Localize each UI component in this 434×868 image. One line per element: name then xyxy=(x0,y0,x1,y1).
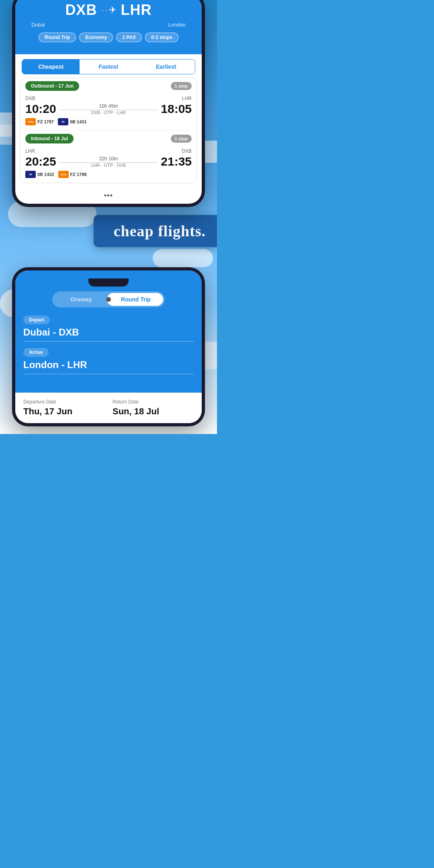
outbound-duration-info: 10h 45m DXB - OTP - LHR xyxy=(56,103,161,115)
filter-pills: Round Trip Economy 1 PAX 0-2 stops xyxy=(23,33,194,42)
sort-tabs: Cheapest Fastest Earliest xyxy=(22,59,195,74)
arrive-value[interactable]: London - LHR xyxy=(23,359,194,374)
outbound-duration: 10h 45m xyxy=(59,103,158,109)
toggle-indicator xyxy=(106,297,111,302)
toggle-oneway[interactable]: Oneway xyxy=(54,293,108,306)
phone1-header: DXB - - ✈ LHR Dubai London Rou xyxy=(15,0,202,54)
cheap-flights-text: cheap flights. xyxy=(114,223,206,240)
notch xyxy=(88,278,129,287)
depart-label: Depart xyxy=(23,315,50,324)
outbound-times: 10:20 10h 45m DXB - OTP - LHR 18:0 xyxy=(25,102,192,116)
inbound-flight-num-2: FZ 1798 xyxy=(70,172,87,177)
trip-type-toggle[interactable]: Oneway Round Trip xyxy=(52,291,165,307)
departure-date-value: Thu, 17 Jun xyxy=(23,406,104,417)
phone-screen-1: DXB - - ✈ LHR Dubai London Rou xyxy=(15,0,202,204)
destination-city: London xyxy=(168,22,186,28)
arrive-label: Arrive xyxy=(23,348,49,357)
phone2-header: Oneway Round Trip Depart Dubai - DXB xyxy=(15,270,202,393)
inbound-segment-body: LHR DXB 20:25 22h 10m xyxy=(20,147,197,183)
origin-city: Dubai xyxy=(31,22,45,28)
route-row: DXB - - ✈ LHR xyxy=(23,2,194,18)
outbound-flight-card: Outbound - 17 Jun 1 stop DXB LHR 10:20 xyxy=(20,78,197,183)
inbound-airports: LHR DXB xyxy=(25,148,192,154)
phone-body-2: Oneway Round Trip Depart Dubai - DXB xyxy=(12,267,205,426)
inbound-stop-badge: 1 stop xyxy=(171,135,192,143)
pill-economy[interactable]: Economy xyxy=(79,33,113,42)
inbound-duration: 22h 10m xyxy=(59,156,158,162)
arrow-left: - - xyxy=(102,7,107,13)
outbound-label: Outbound - 17 Jun xyxy=(25,81,79,91)
outbound-airline-2: 0B 0B 1431 xyxy=(58,118,87,125)
departure-date-label: Departure Date xyxy=(23,399,104,405)
outbound-airports: DXB LHR xyxy=(25,96,192,101)
destination-code: LHR xyxy=(121,2,152,18)
airplane-icon: - - ✈ xyxy=(102,5,116,15)
tab-cheapest[interactable]: Cheapest xyxy=(22,59,80,74)
inbound-flight-num-1: 0B 1432 xyxy=(37,172,54,177)
outbound-depart-time: 10:20 xyxy=(25,102,56,116)
pill-stops[interactable]: 0-2 stops xyxy=(145,33,178,42)
cheap-flights-banner: cheap flights. xyxy=(94,215,217,247)
flydubai-logo-1: dubai xyxy=(25,118,36,125)
depart-value[interactable]: Dubai - DXB xyxy=(23,327,194,342)
middle-section: cheap flights. xyxy=(0,207,217,259)
blueair-logo-2: 0B xyxy=(25,171,36,178)
pill-pax[interactable]: 1 PAX xyxy=(116,33,142,42)
pill-round-trip[interactable]: Round Trip xyxy=(39,33,76,42)
price-teaser: ••• xyxy=(15,186,202,204)
origin-code: DXB xyxy=(65,2,97,18)
outbound-airline-1: dubai FZ 1797 xyxy=(25,118,54,125)
outbound-airlines: dubai FZ 1797 0B 0B 1431 xyxy=(25,118,192,125)
outbound-stop-badge: 1 stop xyxy=(171,82,192,90)
inbound-route: LHR - OTP - DXB xyxy=(59,163,158,168)
inbound-segment-header: Inbound - 18 Jul 1 stop xyxy=(20,131,197,147)
toggle-roundtrip[interactable]: Round Trip xyxy=(108,293,163,306)
inbound-depart-time: 20:25 xyxy=(25,155,56,168)
inbound-destination: DXB xyxy=(182,148,192,154)
departure-date-group[interactable]: Departure Date Thu, 17 Jun xyxy=(23,399,104,417)
inbound-duration-info: 22h 10m LHR - OTP - DXB xyxy=(56,156,161,168)
return-date-label: Return Date xyxy=(113,399,194,405)
phone-screen-2: Oneway Round Trip Depart Dubai - DXB xyxy=(15,270,202,423)
plane-symbol: ✈ xyxy=(109,5,116,15)
blueair-logo-1: 0B xyxy=(58,118,68,125)
outbound-destination: LHR xyxy=(182,96,192,101)
outbound-segment-body: DXB LHR 10:20 10h 45m xyxy=(20,94,197,130)
phone-body-1: DXB - - ✈ LHR Dubai London Rou xyxy=(12,0,205,207)
outbound-route: DXB - OTP - LHR xyxy=(59,110,158,115)
outbound-segment-header: Outbound - 17 Jun 1 stop xyxy=(20,78,197,94)
outbound-arrive-time: 18:05 xyxy=(161,102,192,116)
inbound-origin: LHR xyxy=(25,148,35,154)
notch-area xyxy=(23,278,194,287)
inbound-airline-1: 0B 0B 1432 xyxy=(25,171,54,178)
phone-frame-1: DXB - - ✈ LHR Dubai London Rou xyxy=(12,0,205,207)
tab-earliest[interactable]: Earliest xyxy=(137,59,195,74)
dates-row: Departure Date Thu, 17 Jun Return Date S… xyxy=(15,393,202,423)
tab-fastest[interactable]: Fastest xyxy=(80,59,137,74)
return-date-group[interactable]: Return Date Sun, 18 Jul xyxy=(113,399,194,417)
inbound-times: 20:25 22h 10m LHR - OTP - DXB 21:3 xyxy=(25,155,192,168)
arrive-field-group: Arrive London - LHR xyxy=(23,348,194,374)
flydubai-logo-2: dubai xyxy=(58,171,69,178)
city-names-row: Dubai London xyxy=(23,22,194,28)
phone-frame-2: Oneway Round Trip Depart Dubai - DXB xyxy=(12,267,205,426)
outbound-origin: DXB xyxy=(25,96,35,101)
inbound-label: Inbound - 18 Jul xyxy=(25,134,74,143)
depart-field-group: Depart Dubai - DXB xyxy=(23,315,194,342)
outbound-flight-num-2: 0B 1431 xyxy=(70,119,87,124)
inbound-airlines: 0B 0B 1432 dubai FZ 1798 xyxy=(25,171,192,178)
inbound-airline-2: dubai FZ 1798 xyxy=(58,171,87,178)
outbound-flight-num-1: FZ 1797 xyxy=(37,119,54,124)
inbound-arrive-time: 21:35 xyxy=(161,155,192,168)
return-date-value: Sun, 18 Jul xyxy=(113,406,194,417)
